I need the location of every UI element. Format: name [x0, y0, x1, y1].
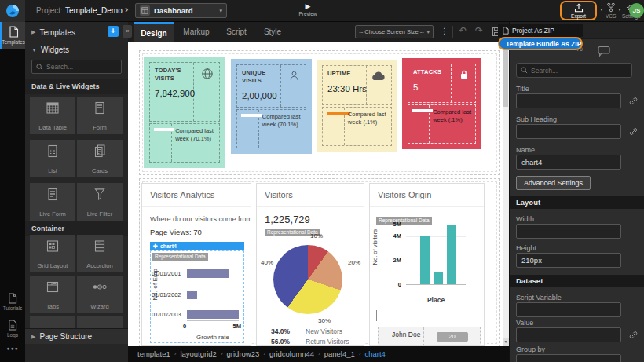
breadcrumb-item[interactable]: layoutgrid2	[180, 349, 216, 358]
tab-design[interactable]: Design	[134, 22, 174, 42]
scrollbar-thumb[interactable]	[503, 44, 508, 107]
selected-widget-name: chart4	[160, 243, 177, 249]
widget-tile-partial[interactable]	[77, 316, 123, 328]
breadcrumb-item[interactable]: gridcolumn44	[269, 349, 314, 358]
origin-table-row[interactable]: John Doe 20	[378, 327, 481, 346]
page-selector-dropdown[interactable]: Dashboard ▾	[135, 3, 227, 18]
vcs-button[interactable]: VCS	[606, 2, 616, 19]
scroll-down-arrow-icon[interactable]: ▼	[503, 338, 509, 346]
chat-icon[interactable]	[598, 46, 610, 57]
legend-value: 34.0%	[271, 327, 295, 335]
panel-title: Visitors Origin	[370, 184, 484, 207]
lock-icon	[459, 69, 470, 80]
title-field-label: Title	[516, 85, 529, 93]
widget-group-title: Data & Live Widgets	[25, 79, 128, 94]
design-canvas[interactable]: TODAY'S VISITS 7,842,900 Compared last w…	[128, 42, 503, 346]
visitors-panel[interactable]: Visitors 1,225,729 Representational Data…	[256, 183, 364, 346]
undo-icon[interactable]: ↶	[459, 25, 467, 36]
breadcrumb-item-active[interactable]: chart4	[364, 349, 385, 358]
bind-link-icon[interactable]	[629, 127, 638, 136]
layout-section-header[interactable]: Layout	[510, 196, 644, 209]
visitors-analytics-panel[interactable]: Visitors Analytics Where do our visitors…	[141, 183, 251, 346]
gridline	[406, 261, 466, 261]
widgets-section-header[interactable]: ▼ Widgets	[25, 42, 128, 57]
breadcrumb-item[interactable]: gridrow23	[227, 349, 260, 358]
visitors-total: 1,225,729	[265, 214, 310, 225]
height-field[interactable]	[516, 253, 621, 268]
width-field[interactable]	[516, 224, 621, 239]
redo-icon[interactable]: ↷	[475, 25, 483, 36]
menu-item-project-as-zip[interactable]: Project As ZIP	[498, 24, 583, 37]
tab-markup[interactable]: Markup	[177, 22, 216, 42]
export-icon	[574, 3, 584, 13]
title-field[interactable]	[516, 93, 621, 108]
bar-row: 01/01/2003	[187, 309, 239, 320]
properties-search-input[interactable]	[531, 67, 628, 75]
selected-widget-header[interactable]: ✚ chart4	[150, 242, 244, 250]
templates-icon	[9, 26, 19, 38]
bind-link-icon[interactable]	[629, 331, 638, 339]
editor-area: Design Markup Script Style -- Choose Scr…	[128, 22, 509, 362]
stat-card-unique-visits[interactable]: UNIQUE VISITS 2,00,000 Compared last wee…	[231, 59, 312, 154]
stat-card-attacks[interactable]: ATTACKS 5 Compared last week (.1%)	[402, 58, 481, 149]
subheading-field-label: Sub Heading	[516, 115, 557, 123]
export-dropdown-menu: Project As ZIP Template Bundle As ZIP	[498, 24, 583, 50]
menu-item-template-bundle-as-zip[interactable]: Template Bundle As ZIP	[498, 37, 583, 50]
widget-tile-grid-layout[interactable]: Grid Layout	[30, 235, 75, 272]
screen-size-dropdown[interactable]: -- Choose Screen Size -- ▾	[355, 25, 434, 38]
add-template-button[interactable]: +	[108, 26, 119, 37]
widget-search-box[interactable]	[31, 60, 122, 74]
widget-tile-tabs[interactable]: Tabs	[30, 276, 75, 313]
legend-label: New Visitors	[306, 327, 342, 335]
widget-tile-live-form[interactable]: Live Form	[30, 183, 75, 221]
widget-search-input[interactable]	[46, 63, 117, 71]
collapse-panel-button[interactable]: «	[123, 25, 132, 38]
pie-slice-label: 10%	[310, 232, 323, 240]
group-by-field[interactable]	[516, 354, 621, 362]
value-field[interactable]	[516, 327, 621, 342]
widget-tile-live-filter[interactable]: Live Filter	[77, 183, 123, 221]
breadcrumb-item[interactable]: panel4_1	[324, 349, 355, 358]
canvas-scrollbar[interactable]: ▼	[503, 42, 509, 346]
sidebar-item-tutorials[interactable]: Tutorials	[0, 289, 25, 311]
value-badge: 20	[437, 332, 468, 342]
subheading-field[interactable]	[516, 124, 621, 139]
bind-link-icon[interactable]	[629, 97, 638, 105]
sidebar-item-label: Tutorials	[3, 305, 23, 311]
sidebar-item-logs[interactable]: Logs	[0, 316, 25, 338]
more-options-icon[interactable]: ●●●	[0, 346, 25, 351]
script-variable-field[interactable]	[516, 302, 621, 317]
sidebar-item-templates[interactable]: Templates	[0, 22, 25, 49]
stat-card-todays-visits[interactable]: TODAY'S VISITS 7,842,900 Compared last w…	[144, 57, 225, 168]
category-label: 01/01/2002	[152, 291, 181, 298]
advanced-settings-button[interactable]: Advanced Settings	[516, 176, 591, 190]
widget-tile-form[interactable]: Form	[77, 97, 123, 134]
widget-tile-partial[interactable]	[30, 316, 75, 328]
tab-script[interactable]: Script	[219, 22, 254, 42]
widget-tile-wizard[interactable]: Wizard	[77, 276, 123, 313]
visitors-origin-panel[interactable]: Visitors Origin Representational Data No…	[369, 183, 485, 346]
stat-card-uptime[interactable]: UPTIME 23:30 Hrs Compared last week (.1%…	[317, 60, 397, 152]
more-tools-icon[interactable]: ⋮	[440, 25, 449, 38]
preview-button[interactable]: ▶ Preview	[292, 2, 324, 16]
page-structure-section-header[interactable]: ▶ Page Structure	[25, 328, 128, 344]
properties-search-box[interactable]	[516, 63, 632, 78]
bar-row: 01/01/2002	[187, 290, 239, 300]
dataset-section-header[interactable]: Dataset	[510, 275, 644, 287]
tab-style[interactable]: Style	[257, 22, 288, 42]
export-button[interactable]: Export	[560, 1, 597, 20]
widget-tile-list[interactable]: List	[30, 140, 75, 177]
widget-tile-data-table[interactable]: Data Table	[30, 97, 75, 134]
widget-tile-accordion[interactable]: Accordion	[77, 235, 123, 272]
chart4-widget[interactable]: ✚ chart4 Representational Data No. of Em…	[150, 242, 244, 343]
user-avatar[interactable]: JS	[629, 3, 644, 18]
export-chevron-icon[interactable]	[600, 9, 603, 11]
app-logo[interactable]	[0, 0, 25, 22]
name-field[interactable]	[516, 155, 621, 170]
origin-table-input[interactable]	[375, 308, 481, 324]
vcs-chevron-icon[interactable]	[618, 9, 621, 11]
pie-slice-label: 30%	[318, 317, 331, 324]
breadcrumb-item[interactable]: template1	[137, 349, 170, 358]
widget-tile-cards[interactable]: Cards	[77, 140, 123, 177]
compare-progress-bar	[154, 128, 174, 131]
